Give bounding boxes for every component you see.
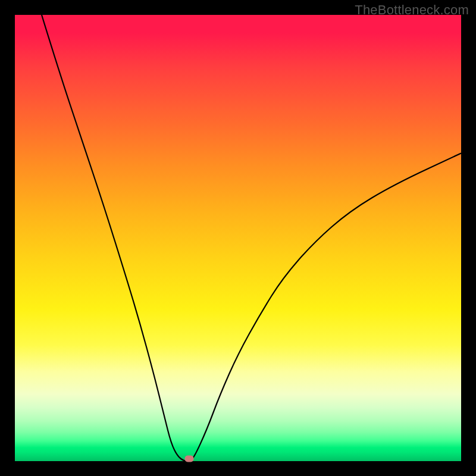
bottleneck-curve — [15, 15, 461, 461]
plot-area — [15, 15, 461, 461]
curve-path — [42, 15, 461, 461]
chart-frame: TheBottleneck.com — [0, 0, 476, 476]
optimum-marker — [184, 456, 193, 462]
